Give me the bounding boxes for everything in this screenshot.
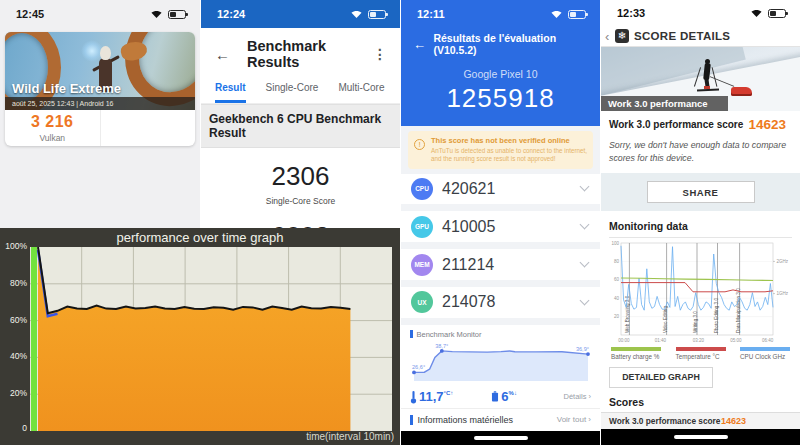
legend-label: CPU Clock GHz: [740, 353, 785, 360]
temp-delta-value: 11,7: [419, 389, 444, 404]
wifi-icon: [750, 8, 763, 18]
ytick-0: 0: [0, 423, 27, 433]
tab-multi-core[interactable]: Multi-Core: [338, 82, 384, 103]
legend-label: Battery charge %: [611, 353, 659, 360]
warning-icon: !: [414, 139, 425, 150]
temperature-monitor-chart: 26,6°38,7°36,9°: [410, 339, 592, 383]
svg-text:1GHz: 1GHz: [777, 291, 789, 296]
tab-result[interactable]: Result: [215, 82, 246, 103]
monitoring-chart: 100806040202GHz1GHz00:0001:4003:2005:000…: [609, 240, 793, 344]
svg-text:Photo Editing 3.0: Photo Editing 3.0: [714, 298, 719, 333]
status-icons: [750, 8, 786, 18]
thermometer-icon: [410, 390, 417, 404]
cpu-badge-icon: CPU: [411, 178, 433, 200]
antutu-total-score: 1255918: [401, 83, 600, 114]
art-red-sled: [731, 87, 752, 96]
benchmark-subtitle: août 25, 2025 12:43 | Android 16: [5, 97, 195, 110]
back-chevron-icon[interactable]: ‹: [605, 29, 615, 44]
temperature-delta: 11,7 °C↑: [410, 389, 453, 404]
score-row-ux[interactable]: UX 214078: [401, 287, 600, 318]
panel-3dmark: 12:45 Wild Life Extreme août 25, 2025 12: [0, 0, 200, 228]
ytick-40: 40%: [0, 351, 27, 361]
share-section: SHARE: [601, 173, 800, 211]
home-indicator[interactable]: [474, 436, 528, 440]
svg-text:05:00: 05:00: [730, 338, 742, 343]
gpu-badge-icon: GPU: [411, 216, 433, 238]
chevron-down-icon[interactable]: [580, 220, 590, 230]
score-row-mem[interactable]: MEM 211214: [401, 249, 600, 280]
hardware-info-label: Informations matérielles: [418, 415, 557, 425]
ux-badge-icon: UX: [411, 291, 433, 313]
work30-artwork: Work 3.0 performance: [601, 47, 800, 110]
overflow-menu-icon[interactable]: ⋮: [370, 46, 390, 62]
gpu-score: 410005: [442, 218, 581, 236]
home-indicator[interactable]: [674, 435, 728, 439]
graphics-api-label: Vulkan: [39, 133, 65, 143]
hardware-info-row[interactable]: Informations matérielles Voir tout ›: [401, 408, 600, 431]
geekbench-tabs: Result Single-Core Multi-Core: [201, 78, 400, 104]
battery-icon: [768, 9, 786, 18]
3dmark-result-card[interactable]: Wild Life Extreme août 25, 2025 12:43 | …: [5, 32, 195, 146]
page-title: SCORE DETAILS: [634, 30, 730, 42]
statusbar-geekbench: 12:24: [201, 0, 400, 28]
pcmark-appbar: ‹ ❄ SCORE DETAILS: [601, 26, 800, 47]
performance-chart: [30, 247, 392, 431]
battery-delta-unit: %↓: [509, 390, 517, 396]
panel-antutu: 12:11 ← Résultats de l'évaluation (V10.5…: [400, 0, 600, 445]
view-all-link[interactable]: Voir tout ›: [557, 415, 591, 424]
work30-score-value: 14623: [748, 117, 786, 132]
ux-score: 214078: [442, 293, 581, 311]
chart-legend: Battery charge % Temperature °C CPU Cloc…: [601, 344, 800, 360]
perf-graph-title: performance over time graph: [0, 230, 400, 245]
temp-delta-unit: °C↑: [444, 390, 454, 396]
battery-delta: 6 %↓: [491, 389, 517, 404]
score-row-cpu[interactable]: CPU 420621: [401, 174, 600, 205]
svg-text:100: 100: [611, 241, 619, 246]
battery-icon: [368, 10, 386, 19]
status-time: 12:24: [217, 8, 245, 20]
legend-battery: Battery charge %: [611, 347, 661, 360]
single-core-score: 2306: [201, 161, 400, 192]
legend-temperature: Temperature °C: [676, 347, 726, 360]
work30-score-row: Work 3.0 performance score 14623: [601, 111, 800, 137]
back-arrow-icon[interactable]: ←: [215, 46, 239, 63]
warning-title: This score has not been verified online: [431, 136, 587, 145]
multi-core-block: 6098 Multi-Core Score: [201, 221, 400, 228]
svg-text:01:40: 01:40: [655, 338, 667, 343]
wildlife-artwork: Wild Life Extreme août 25, 2025 12:43 | …: [5, 32, 195, 110]
back-arrow-icon[interactable]: ←: [413, 37, 433, 52]
system-navbar: [601, 429, 800, 445]
scores-section-title: Scores: [601, 388, 800, 412]
section-accent-bar: [410, 330, 413, 338]
result-header: Geekbench 6 CPU Benchmark Result: [201, 104, 400, 148]
chevron-down-icon[interactable]: [580, 258, 590, 268]
score-row-gpu[interactable]: GPU 410005: [401, 211, 600, 242]
section-accent-bar: [410, 415, 413, 425]
monitoring-data-title: Monitoring data: [609, 220, 792, 238]
svg-text:80: 80: [614, 259, 620, 264]
wifi-icon: [150, 9, 163, 19]
work30-banner: Work 3.0 performance: [601, 96, 728, 111]
benchmark-monitor-header: Benchmark Monitor: [410, 330, 591, 339]
tab-single-core[interactable]: Single-Core: [266, 82, 319, 103]
share-button[interactable]: SHARE: [647, 181, 755, 203]
warning-body: AnTuTu is detected as unable to connect …: [431, 147, 587, 164]
chevron-down-icon[interactable]: [580, 295, 590, 305]
mem-badge-icon: MEM: [411, 254, 433, 276]
unverified-score-warning: ! This score has not been verified onlin…: [408, 131, 593, 169]
detailed-graph-button[interactable]: DETAILED GRAPH: [609, 367, 713, 388]
svg-text:36,9°: 36,9°: [576, 346, 589, 352]
chevron-down-icon[interactable]: [580, 182, 590, 192]
svg-text:03:20: 03:20: [693, 338, 705, 343]
page-title: Résultats de l'évaluation (V10.5.2): [433, 32, 590, 56]
svg-text:26,6°: 26,6°: [412, 364, 425, 370]
svg-text:38,7°: 38,7°: [435, 343, 448, 349]
multi-core-score: 6098: [201, 221, 400, 228]
score-cell: 3 216 Vulkan: [5, 110, 100, 146]
wifi-icon: [550, 9, 563, 19]
no-comparison-note: Sorry, we don't have enough data to comp…: [601, 137, 800, 173]
performance-over-time-graph: performance over time graph 100% 80% 60%…: [0, 228, 400, 445]
details-link[interactable]: Détails ›: [563, 392, 591, 401]
benchmark-title: Wild Life Extreme: [12, 81, 121, 96]
device-name: Google Pixel 10: [401, 68, 600, 80]
